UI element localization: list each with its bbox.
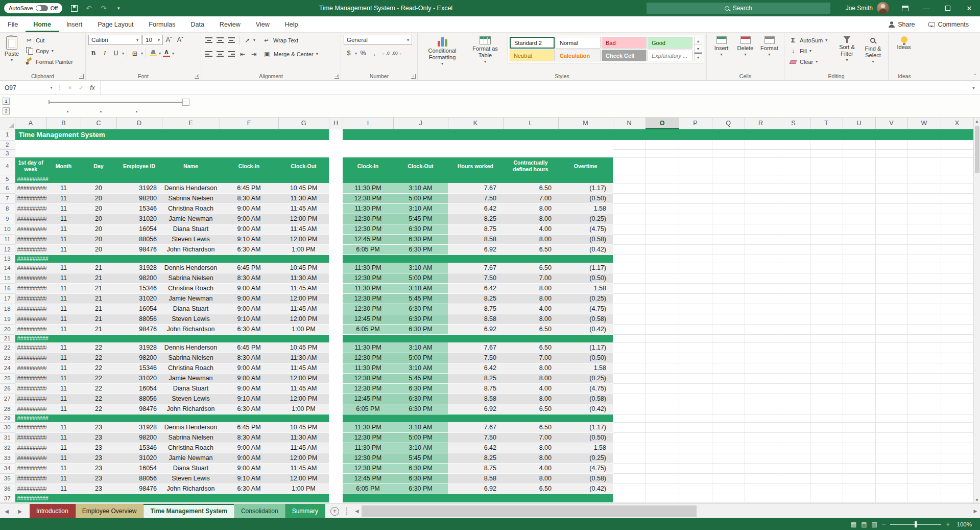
cell-contract-hours[interactable]: 6.50 (503, 422, 558, 432)
cell[interactable] (679, 473, 712, 483)
cell[interactable] (712, 224, 745, 234)
cell[interactable] (941, 494, 973, 502)
row-header-21[interactable]: 21 (0, 334, 15, 342)
cell-contract-hours[interactable]: 6.50 (503, 263, 558, 273)
cell[interactable] (745, 140, 777, 149)
cell-overtime[interactable]: (0.50) (558, 353, 613, 363)
cell[interactable] (613, 263, 646, 273)
cell[interactable] (875, 193, 907, 203)
cell[interactable] (220, 149, 278, 157)
cell[interactable] (941, 473, 973, 483)
cell-month[interactable]: 11 (46, 373, 81, 383)
cell[interactable] (843, 494, 875, 502)
cell-name[interactable]: Steven Lewis (162, 394, 220, 404)
row-header-6[interactable]: 6 (0, 183, 15, 193)
cell-overtime[interactable]: (0.50) (558, 193, 613, 203)
cell-employee-id[interactable]: 15346 (116, 363, 162, 373)
cell-clock-out[interactable]: 12:00 PM (278, 453, 329, 463)
cell[interactable] (810, 183, 843, 193)
cell-employee-id[interactable]: 15346 (116, 443, 162, 453)
cell[interactable] (448, 140, 503, 149)
cell[interactable] (679, 432, 712, 443)
cell[interactable] (810, 304, 843, 314)
cell[interactable] (843, 263, 875, 273)
cell-contract-hours[interactable]: 4.00 (503, 463, 558, 473)
zoom-in-icon[interactable]: + (946, 520, 950, 528)
cell[interactable] (907, 342, 941, 353)
cell[interactable] (810, 193, 843, 203)
cell[interactable] (712, 334, 745, 342)
cell-overtime[interactable]: (0.58) (558, 394, 613, 404)
row-header-34[interactable]: 34 (0, 463, 15, 473)
increase-font-size-button[interactable]: Aˆ (164, 35, 174, 45)
cell[interactable] (679, 263, 712, 273)
row-header-14[interactable]: 14 (0, 263, 15, 273)
cell-week-date[interactable]: ########## (15, 353, 46, 363)
cell[interactable] (712, 443, 745, 453)
cell[interactable] (777, 273, 810, 283)
column-header-T[interactable]: T (810, 118, 843, 129)
cell[interactable] (745, 214, 777, 224)
cell[interactable] (646, 214, 679, 224)
cell-week-date[interactable]: ########## (15, 203, 46, 214)
cell-clock-out[interactable]: 11:30 AM (278, 273, 329, 283)
cell[interactable] (613, 234, 646, 244)
cell-week-date[interactable]: ########## (15, 463, 46, 473)
cell-week-date[interactable]: ########## (15, 342, 46, 353)
cell-overtime[interactable]: (0.58) (558, 314, 613, 324)
cell-hours-worked[interactable]: 8.25 (448, 293, 503, 304)
table-header[interactable]: Employee ID (116, 157, 162, 175)
cell-week-date[interactable]: ########## (15, 373, 46, 383)
cell[interactable] (875, 203, 907, 214)
week-separator-cell[interactable]: ########## (15, 494, 329, 502)
cell[interactable] (875, 334, 907, 342)
cell-clock-out-2[interactable]: 5:00 PM (393, 432, 448, 443)
ribbon-tab-view[interactable]: View (248, 16, 277, 32)
cell-name[interactable]: Dennis Henderson (162, 183, 220, 193)
decrease-font-size-button[interactable]: Aˇ (175, 35, 185, 45)
cell[interactable] (712, 283, 745, 293)
font-size-dropdown[interactable]: 10 ▾ (142, 35, 163, 45)
cell[interactable] (712, 263, 745, 273)
cell[interactable] (329, 263, 343, 273)
cell-clock-in-2[interactable]: 6:05 PM (343, 244, 393, 255)
cell-contract-hours[interactable]: 8.00 (503, 453, 558, 463)
cell-contract-hours[interactable]: 8.00 (503, 394, 558, 404)
cell-overtime[interactable]: (4.75) (558, 383, 613, 394)
cell[interactable] (875, 373, 907, 383)
cell-clock-in[interactable]: 9:00 AM (220, 443, 278, 453)
cell[interactable] (646, 494, 679, 502)
cell[interactable] (875, 140, 907, 149)
cell[interactable] (745, 334, 777, 342)
cell[interactable] (329, 483, 343, 494)
cell-clock-out[interactable]: 12:00 PM (278, 314, 329, 324)
cell[interactable] (843, 273, 875, 283)
table-header[interactable]: Day (81, 157, 116, 175)
cell-clock-out[interactable]: 12:00 PM (278, 214, 329, 224)
cell[interactable] (843, 404, 875, 414)
cell[interactable] (907, 394, 941, 404)
cell-clock-out[interactable]: 1:00 PM (278, 404, 329, 414)
cell[interactable] (613, 353, 646, 363)
cell[interactable] (646, 283, 679, 293)
cell[interactable] (745, 263, 777, 273)
cell[interactable] (777, 443, 810, 453)
cell[interactable] (679, 324, 712, 334)
cell[interactable] (745, 342, 777, 353)
cell[interactable] (941, 463, 973, 473)
cell-overtime[interactable]: (1.17) (558, 263, 613, 273)
cell-employee-id[interactable]: 31020 (116, 214, 162, 224)
page-break-view-icon[interactable]: ▥ (871, 521, 877, 528)
cell[interactable] (329, 363, 343, 373)
scroll-left-icon[interactable]: ◀ (352, 504, 362, 518)
zoom-slider-knob[interactable] (915, 521, 917, 527)
cell[interactable] (875, 244, 907, 255)
cell[interactable] (941, 453, 973, 463)
conditional-formatting-button[interactable]: Conditional Formatting ▾ (420, 35, 464, 67)
cell-name[interactable]: Sabrina Nielsen (162, 193, 220, 203)
cell[interactable] (712, 453, 745, 463)
scroll-up-icon[interactable]: ▲ (974, 118, 980, 125)
cell[interactable] (875, 175, 907, 183)
cell[interactable] (810, 422, 843, 432)
row-header-19[interactable]: 19 (0, 314, 15, 324)
